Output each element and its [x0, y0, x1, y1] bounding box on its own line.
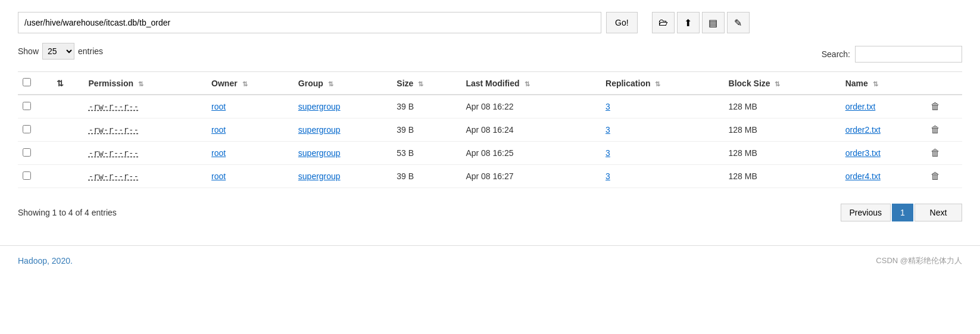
- folder-icon-button[interactable]: 🗁: [652, 12, 675, 33]
- delete-icon[interactable]: 🗑: [931, 101, 940, 111]
- row-checkbox-cell: [18, 142, 52, 165]
- upload-icon-button[interactable]: ⬆: [677, 12, 700, 33]
- row-delete-cell[interactable]: 🗑: [926, 118, 962, 142]
- delete-icon[interactable]: 🗑: [931, 124, 940, 135]
- files-table: ⇅ Permission ⇅ Owner ⇅ Group ⇅ Size ⇅ La…: [18, 71, 962, 188]
- row-name[interactable]: order2.txt: [841, 118, 926, 142]
- footer-right: CSDN @精彩绝伦体力人: [876, 255, 962, 266]
- row-owner[interactable]: root: [207, 142, 294, 165]
- row-block-size: 128 MB: [724, 95, 841, 118]
- row-permission[interactable]: -rw-r--r--: [84, 142, 207, 165]
- row-permission[interactable]: -rw-r--r--: [84, 118, 207, 142]
- row-checkbox-cell: [18, 118, 52, 142]
- row-block-size: 128 MB: [724, 118, 841, 142]
- row-group[interactable]: supergroup: [294, 165, 392, 188]
- row-delete-cell[interactable]: 🗑: [926, 142, 962, 165]
- row-checkbox[interactable]: [23, 125, 31, 133]
- name-header[interactable]: Name ⇅: [841, 72, 926, 95]
- row-permission[interactable]: -rw-r--r--: [84, 95, 207, 118]
- row-owner[interactable]: root: [207, 118, 294, 142]
- row-last-modified: Apr 08 16:22: [461, 95, 601, 118]
- row-size: 39 B: [392, 95, 461, 118]
- row-name[interactable]: order.txt: [841, 95, 926, 118]
- size-sort-icon: ⇅: [418, 80, 423, 88]
- entries-label: entries: [78, 46, 103, 56]
- row-name[interactable]: order3.txt: [841, 142, 926, 165]
- row-owner[interactable]: root: [207, 95, 294, 118]
- table-row: -rw-r--r-- root supergroup 39 B Apr 08 1…: [18, 165, 962, 188]
- replication-header[interactable]: Replication ⇅: [601, 72, 724, 95]
- table-row: -rw-r--r-- root supergroup 39 B Apr 08 1…: [18, 118, 962, 142]
- row-delete-cell[interactable]: 🗑: [926, 95, 962, 118]
- name-sort-icon: ⇅: [873, 80, 878, 88]
- row-checkbox-cell: [18, 95, 52, 118]
- row-icon-cell: [52, 165, 83, 188]
- path-input[interactable]: [18, 12, 601, 33]
- modified-sort-icon: ⇅: [525, 80, 530, 88]
- block-size-header[interactable]: Block Size ⇅: [724, 72, 841, 95]
- next-button[interactable]: Next: [915, 204, 962, 221]
- row-checkbox[interactable]: [23, 171, 31, 180]
- go-button[interactable]: Go!: [606, 12, 638, 33]
- pagination-info: Showing 1 to 4 of 4 entries: [18, 208, 117, 217]
- replication-sort-icon: ⇅: [655, 80, 660, 88]
- sort-icon: ⇅: [57, 79, 64, 88]
- row-group[interactable]: supergroup: [294, 118, 392, 142]
- row-size: 39 B: [392, 118, 461, 142]
- row-replication[interactable]: 3: [601, 165, 724, 188]
- row-last-modified: Apr 08 16:25: [461, 142, 601, 165]
- row-icon-cell: [52, 95, 83, 118]
- row-last-modified: Apr 08 16:24: [461, 118, 601, 142]
- select-all-header: [18, 72, 52, 95]
- row-group[interactable]: supergroup: [294, 142, 392, 165]
- row-icon-cell: [52, 142, 83, 165]
- table-row: -rw-r--r-- root supergroup 39 B Apr 08 1…: [18, 95, 962, 118]
- row-delete-cell[interactable]: 🗑: [926, 165, 962, 188]
- delete-icon[interactable]: 🗑: [931, 171, 940, 181]
- edit-icon: ✎: [734, 17, 742, 29]
- owner-header[interactable]: Owner ⇅: [207, 72, 294, 95]
- list-icon: ▤: [709, 17, 717, 29]
- delete-icon[interactable]: 🗑: [931, 148, 940, 158]
- previous-button[interactable]: Previous: [841, 204, 891, 221]
- size-header[interactable]: Size ⇅: [392, 72, 461, 95]
- table-row: -rw-r--r-- root supergroup 53 B Apr 08 1…: [18, 142, 962, 165]
- list-icon-button[interactable]: ▤: [702, 12, 725, 33]
- action-header: [926, 72, 962, 95]
- permission-sort-icon: ⇅: [138, 80, 143, 88]
- owner-sort-icon: ⇅: [242, 80, 248, 88]
- permission-header[interactable]: Permission ⇅: [84, 72, 207, 95]
- select-all-checkbox[interactable]: [23, 78, 31, 86]
- row-last-modified: Apr 08 16:27: [461, 165, 601, 188]
- block-size-sort-icon: ⇅: [775, 80, 780, 88]
- row-permission[interactable]: -rw-r--r--: [84, 165, 207, 188]
- row-block-size: 128 MB: [724, 165, 841, 188]
- row-checkbox[interactable]: [23, 148, 31, 157]
- row-icon-cell: [52, 118, 83, 142]
- row-replication[interactable]: 3: [601, 142, 724, 165]
- footer-left: Hadoop, 2020.: [18, 256, 73, 266]
- show-label: Show: [18, 46, 39, 56]
- search-input[interactable]: [855, 46, 962, 63]
- row-size: 39 B: [392, 165, 461, 188]
- row-block-size: 128 MB: [724, 142, 841, 165]
- entries-select[interactable]: 10 25 50 100: [42, 43, 74, 60]
- row-name[interactable]: order4.txt: [841, 165, 926, 188]
- row-replication[interactable]: 3: [601, 95, 724, 118]
- edit-icon-button[interactable]: ✎: [727, 12, 750, 33]
- search-label: Search:: [822, 49, 850, 59]
- row-size: 53 B: [392, 142, 461, 165]
- group-sort-icon: ⇅: [328, 80, 333, 88]
- upload-icon: ⬆: [684, 17, 692, 29]
- current-page[interactable]: 1: [892, 204, 913, 221]
- row-group[interactable]: supergroup: [294, 95, 392, 118]
- row-checkbox[interactable]: [23, 102, 31, 110]
- row-replication[interactable]: 3: [601, 118, 724, 142]
- row-owner[interactable]: root: [207, 165, 294, 188]
- folder-icon: 🗁: [658, 17, 668, 28]
- last-modified-header[interactable]: Last Modified ⇅: [461, 72, 601, 95]
- sort-header[interactable]: ⇅: [52, 72, 83, 95]
- row-checkbox-cell: [18, 165, 52, 188]
- group-header[interactable]: Group ⇅: [294, 72, 392, 95]
